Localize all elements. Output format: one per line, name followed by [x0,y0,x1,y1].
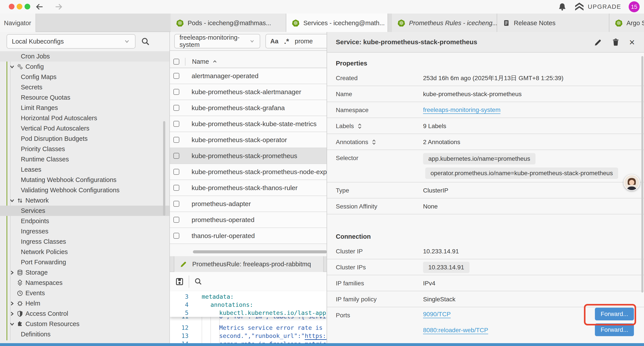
row-checkbox[interactable] [174,73,179,79]
sidebar-item-vertical-pod-autoscalers[interactable]: Vertical Pod Autoscalers [0,123,170,134]
avatar[interactable] [624,175,640,191]
navigator-tab[interactable]: Navigator [0,13,36,32]
chevron-down-icon[interactable] [9,63,15,70]
dock-tab-prometheusrule[interactable]: PrometheusRule: freeleaps-prod-rabbitmq [174,256,324,272]
row-checkbox[interactable] [174,153,179,159]
row-checkbox[interactable] [174,233,179,239]
sidebar-item-resource-quotas[interactable]: Resource Quotas [0,92,170,103]
expander-icon[interactable] [357,123,362,129]
table-row-alertmanager-operated[interactable]: alertmanager-operated [170,68,326,84]
window-close-light[interactable] [9,4,14,9]
expander-icon[interactable] [371,139,376,145]
row-checkbox[interactable] [174,105,179,111]
tab-argo-se[interactable]: Argo Se [609,13,644,32]
chevron-right-icon[interactable] [9,269,15,276]
sidebar-item-cron-jobs[interactable]: Cron Jobs [0,51,170,61]
horizontal-scrollbar-thumb[interactable] [193,250,326,253]
forward-icon[interactable] [54,3,63,11]
chevron-down-icon[interactable] [9,197,15,204]
chevron-down-icon[interactable] [9,321,15,327]
save-icon[interactable] [175,277,184,286]
row-checkbox[interactable] [174,185,179,191]
sidebar-scrollbar-thumb[interactable] [163,121,165,216]
detail-row-value[interactable]: freeleaps-monitoring-system [423,106,500,114]
sidebar-item-access-control[interactable]: Access Control [0,309,170,319]
back-icon[interactable] [35,3,44,11]
tab-prometheus-rules-icecheng[interactable]: Prometheus Rules - icecheng... [392,13,497,32]
detail-edit-pencil-icon[interactable] [594,38,602,46]
sidebar-item-port-forwarding[interactable]: Port Forwarding [0,257,170,267]
table-row-prometheus-operated[interactable]: prometheus-operated [170,212,326,228]
port-link[interactable]: 8080:reloader-web/TCP [423,327,488,334]
sidebar-item-priority-classes[interactable]: Priority Classes [0,144,170,154]
chevron-right-icon[interactable] [9,300,15,307]
sidebar-item-ingresses[interactable]: Ingresses [0,226,170,237]
table-row-kube-prometheus-stack-prometheus-node-exporter[interactable]: kube-prometheus-stack-prometheus-node-ex… [170,164,326,180]
detail-header: Service: kube-prometheus-stack-prometheu… [327,32,644,52]
regex-toggle[interactable]: .* [284,37,289,45]
sidebar-item-ingress-classes[interactable]: Ingress Classes [0,237,170,247]
sidebar-item-config-maps[interactable]: Config Maps [0,72,170,82]
detail-row-value: ClusterIP [423,187,448,194]
editor-search-icon[interactable] [194,277,203,286]
port-link[interactable]: 9090/TCP [423,311,451,318]
yaml-editor[interactable]: 3metadata:4annotations:5kubectl.kubernet… [170,291,326,343]
tab-pods-icecheng-mathmas[interactable]: Pods - icecheng@mathmas... [170,13,286,32]
sidebar-search-icon[interactable] [141,37,150,46]
match-case-toggle[interactable]: Aa [270,38,278,45]
sidebar-item-leases[interactable]: Leases [0,164,170,175]
sidebar-item-horizontal-pod-autoscalers[interactable]: Horizontal Pod Autoscalers [0,113,170,123]
dock-tab-next-partial[interactable] [325,256,326,272]
tab-release-notes[interactable]: Release Notes [497,13,609,32]
chevron-right-icon[interactable] [9,311,15,317]
sidebar-item-definitions[interactable]: Definitions [0,329,170,340]
table-row-kube-prometheus-stack-alertmanager[interactable]: kube-prometheus-stack-alertmanager [170,84,326,100]
sidebar-item-runtime-classes[interactable]: Runtime Classes [0,154,170,164]
table-row-kube-prometheus-stack-operator[interactable]: kube-prometheus-stack-operator [170,132,326,148]
name-column-header[interactable]: Name [192,58,209,65]
toolbar-divider [189,276,189,288]
row-checkbox[interactable] [174,201,179,207]
sidebar-item-network-policies[interactable]: Network Policies [0,247,170,257]
table-row-kube-prometheus-stack-thanos-ruler[interactable]: kube-prometheus-stack-thanos-ruler [170,180,326,196]
table-row-kube-prometheus-stack-kube-state-metrics[interactable]: kube-prometheus-stack-kube-state-metrics [170,116,326,132]
select-all-checkbox[interactable] [174,59,179,65]
table-row-thanos-ruler-operated[interactable]: thanos-ruler-operated [170,228,326,244]
sidebar-item-network[interactable]: Network [0,195,170,206]
detail-scrollbar-thumb[interactable] [641,56,643,293]
table-row-kube-prometheus-stack-prometheus[interactable]: kube-prometheus-stack-prometheus [170,148,326,164]
sidebar-item-endpoints[interactable]: Endpoints [0,216,170,226]
tab-services-icecheng-math[interactable]: Services - icecheng@math...× [286,13,388,32]
sidebar-item-validating-webhook-configurations[interactable]: Validating Webhook Configurations [0,185,170,195]
sidebar-item-pod-disruption-budgets[interactable]: Pod Disruption Budgets [0,134,170,144]
notifications-bell-icon[interactable] [558,2,567,11]
sidebar-item-events[interactable]: Events [0,288,170,298]
sidebar-item-namespaces[interactable]: Namespaces [0,278,170,288]
kubeconfig-select[interactable]: Local Kubeconfigs [6,34,136,49]
row-checkbox[interactable] [174,217,179,223]
table-row-prometheus-adapter[interactable]: prometheus-adapter [170,196,326,212]
window-minimize-light[interactable] [17,4,22,9]
notification-count-badge[interactable]: 15 [629,1,640,12]
detail-delete-trash-icon[interactable] [612,38,620,46]
detail-row-ip-families: IP familiesIPv4 [327,275,644,291]
list-search-input[interactable]: Aa .* prome [266,34,326,48]
row-checkbox[interactable] [174,169,179,175]
sidebar-item-limit-ranges[interactable]: Limit Ranges [0,103,170,113]
sort-asc-icon[interactable] [212,59,218,65]
row-checkbox[interactable] [174,89,179,95]
sidebar-item-secrets[interactable]: Secrets [0,82,170,92]
row-checkbox[interactable] [174,137,179,143]
upgrade-button[interactable]: UPGRADE [574,2,621,11]
sidebar-item-helm[interactable]: Helm [0,298,170,309]
namespace-select[interactable]: freeleaps-monitoring-system [174,34,260,48]
sidebar-item-storage[interactable]: Storage [0,267,170,278]
row-checkbox[interactable] [174,121,179,127]
sidebar-item-services[interactable]: Services [0,206,170,216]
table-row-kube-prometheus-stack-grafana[interactable]: kube-prometheus-stack-grafana [170,100,326,116]
sidebar-item-custom-resources[interactable]: Custom Resources [0,319,170,329]
sidebar-item-mutating-webhook-configurations[interactable]: Mutating Webhook Configurations [0,175,170,185]
sidebar-item-config[interactable]: Config [0,61,170,72]
detail-close-icon[interactable]: × [629,37,635,47]
window-zoom-light[interactable] [24,4,30,9]
